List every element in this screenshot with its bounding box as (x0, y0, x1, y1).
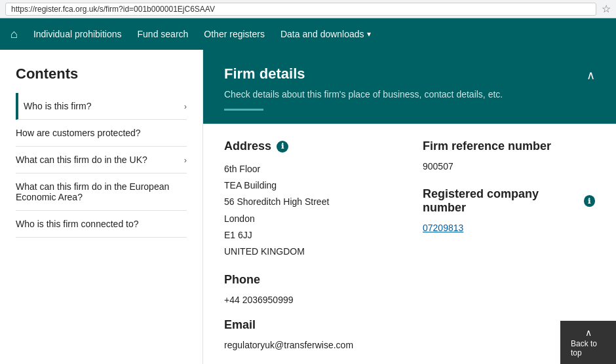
address-line-5: E1 6JJ (224, 227, 396, 244)
address-title: Address ℹ (224, 139, 396, 153)
address-line-3: 56 Shoreditch High Street (224, 194, 396, 210)
reg-number-link[interactable]: 07209813 (423, 223, 463, 233)
sidebar-item-what-firm-uk[interactable]: What can this firm do in the UK? › (16, 147, 187, 173)
header-left: Firm details Check details about this fi… (224, 65, 503, 111)
nav-item-other-registers[interactable]: Other registers (204, 29, 265, 39)
sidebar-item-label: Who is this firm? (24, 101, 184, 111)
firm-ref-title: Firm reference number (423, 139, 595, 153)
main-nav: ⌂ Individual prohibitions Fund search Ot… (0, 18, 616, 50)
chevron-down-icon: ▾ (367, 29, 371, 39)
sidebar-item-label: What can this firm do in the UK? (16, 155, 184, 165)
sidebar-item-label: Who is this firm connected to? (16, 219, 187, 229)
firm-details-title: Firm details (224, 65, 503, 82)
chevron-right-icon: › (184, 155, 187, 165)
address-lines: 6th Floor TEA Building 56 Shoreditch Hig… (224, 161, 396, 260)
email-section: Email regulatoryuk@transferwise.com (224, 318, 396, 350)
sidebar-item-how-customers-protected[interactable]: How are customers protected? (16, 120, 187, 147)
sidebar-item-who-is-firm[interactable]: Who is this firm? › (16, 93, 187, 120)
reg-number-section: 07209813 (423, 223, 595, 233)
details-body: Address ℹ 6th Floor TEA Building 56 Shor… (203, 124, 616, 364)
address-info-icon[interactable]: ℹ (277, 141, 288, 153)
phone-section: Phone +44 2036950999 (224, 273, 396, 305)
nav-item-individual-prohibitions[interactable]: Individual prohibitions (33, 29, 122, 39)
home-icon[interactable]: ⌂ (10, 27, 18, 41)
collapse-icon[interactable]: ∧ (587, 68, 595, 82)
firm-ref-number: 900507 (423, 161, 595, 172)
sidebar-item-what-firm-eea[interactable]: What can this firm do in the European Ec… (16, 173, 187, 211)
contents-title: Contents (16, 65, 187, 82)
firm-details-header: Firm details Check details about this fi… (203, 50, 616, 124)
back-to-top-label: Back to top (571, 339, 606, 357)
firm-details-desc: Check details about this firm's place of… (224, 89, 503, 100)
reg-company-title: Registered company number ℹ (423, 187, 595, 215)
back-to-top-button[interactable]: ∧ Back to top (560, 321, 616, 364)
chevron-right-icon: › (184, 101, 187, 111)
sidebar: Contents Who is this firm? › How are cus… (0, 50, 203, 364)
browser-bar: ☆ (0, 0, 616, 18)
address-line-1: 6th Floor (224, 161, 396, 177)
details-left: Address ℹ 6th Floor TEA Building 56 Shor… (224, 139, 396, 364)
address-line-4: London (224, 211, 396, 227)
nav-item-data-downloads[interactable]: Data and downloads ▾ (280, 29, 371, 39)
sidebar-item-label: What can this firm do in the European Ec… (16, 181, 187, 202)
sidebar-item-who-firm-connected[interactable]: Who is this firm connected to? (16, 211, 187, 238)
arrow-up-icon: ∧ (585, 327, 592, 338)
main-content: Firm details Check details about this fi… (203, 50, 616, 364)
sidebar-item-label: How are customers protected? (16, 128, 187, 138)
email-title: Email (224, 318, 396, 332)
nav-item-fund-search[interactable]: Fund search (138, 29, 189, 39)
phone-number: +44 2036950999 (224, 295, 396, 305)
page-layout: Contents Who is this firm? › How are cus… (0, 50, 616, 364)
email-link[interactable]: regulatoryuk@transferwise.com (224, 340, 353, 350)
address-line-2: TEA Building (224, 177, 396, 194)
reg-company-info-icon[interactable]: ℹ (584, 195, 595, 207)
phone-title: Phone (224, 273, 396, 287)
bookmark-icon[interactable]: ☆ (602, 3, 611, 15)
progress-bar (224, 109, 263, 111)
address-line-6: UNITED KINGDOM (224, 244, 396, 260)
url-bar[interactable] (5, 3, 596, 16)
